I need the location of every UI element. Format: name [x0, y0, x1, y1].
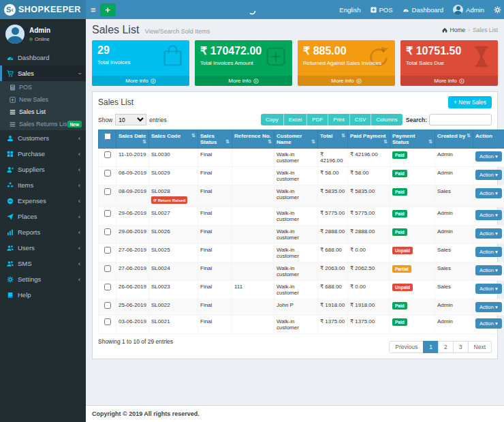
action-button[interactable]: Action ▾ — [475, 265, 502, 275]
row-checkbox[interactable] — [104, 228, 111, 235]
list-icon — [10, 121, 16, 127]
sidebar-item-sms[interactable]: SMS ‹ — [0, 256, 86, 271]
table-info: Showing 1 to 10 of 29 entries — [98, 338, 173, 345]
header-sales-date[interactable]: Sales Date⇅ — [116, 130, 149, 149]
card-value: ₹ 170472.00 — [200, 44, 287, 57]
top-navbar: S‹ SHOPKEEPER ≡ + English POS Dashboard … — [0, 0, 504, 19]
columns-button[interactable]: Columns — [371, 114, 403, 125]
new-badge: New — [67, 121, 82, 127]
sales-list-panel: Sales List + New Sales Show 10 entries C… — [92, 91, 498, 359]
header-total[interactable]: Total⇅ — [318, 130, 348, 149]
brand-logo[interactable]: S‹ SHOPKEEPER — [0, 0, 86, 19]
sidebar-toggle-icon[interactable]: ≡ — [91, 5, 96, 14]
pagination-previous[interactable]: Previous — [389, 341, 424, 353]
sidebar-item-reports[interactable]: Reports ‹ — [0, 224, 86, 240]
action-button[interactable]: Action ▾ — [475, 318, 502, 329]
sales-submenu: POS New Sales Sales List Sales Returns L… — [0, 81, 86, 130]
new-sales-button[interactable]: + New Sales — [448, 96, 492, 108]
sales-table: Sales Date⇅ Sales Code⇅ Sales Status⇅ Re… — [98, 130, 504, 334]
status-badge: Paid — [392, 188, 407, 196]
row-checkbox[interactable] — [104, 318, 111, 325]
action-button[interactable]: Action ▾ — [475, 151, 502, 162]
sidebar-item-sales-returns-list[interactable]: Sales Returns List New — [0, 118, 86, 130]
pagination-page-1[interactable]: 1 — [423, 341, 439, 353]
loading-spinner-icon — [248, 5, 256, 18]
pdf-button[interactable]: PDF — [307, 114, 328, 125]
pagination: Previous 1 2 3 Next — [390, 341, 492, 353]
sidebar-item-users[interactable]: Users ‹ — [0, 240, 86, 256]
excel-button[interactable]: Excel — [284, 114, 308, 125]
header-created-by[interactable]: Created by⇅ — [435, 130, 473, 149]
sidebar-user-name: Admin — [29, 27, 50, 34]
copy-button[interactable]: Copy — [261, 114, 284, 125]
row-checkbox[interactable] — [104, 302, 111, 309]
sidebar-item-items[interactable]: Items ‹ — [0, 177, 86, 193]
sidebar-item-suppliers[interactable]: Suppliers ‹ — [0, 162, 86, 177]
action-button[interactable]: Action ▾ — [475, 284, 502, 294]
sort-icon: ⇅ — [383, 139, 388, 145]
online-dot-icon — [29, 37, 33, 41]
sidebar-item-purchase[interactable]: Purchase ‹ — [0, 146, 86, 162]
sidebar-item-help[interactable]: Help — [0, 287, 86, 303]
sidebar-item-settings[interactable]: Settings ‹ — [0, 271, 86, 287]
sidebar-item-customers[interactable]: Customers ‹ — [0, 130, 86, 146]
header-payment-status[interactable]: Payment Status⇅ — [390, 130, 435, 149]
pagination-next[interactable]: Next — [468, 341, 492, 353]
header-action: Action — [473, 130, 504, 149]
select-all-checkbox[interactable] — [104, 133, 111, 140]
chevron-down-icon: ‹ — [76, 72, 83, 74]
chevron-left-icon: ‹ — [78, 182, 80, 189]
action-button[interactable]: Action ▾ — [475, 188, 502, 198]
header-sales-code[interactable]: Sales Code⇅ — [149, 130, 198, 149]
pos-link[interactable]: POS — [371, 6, 393, 14]
user-menu[interactable]: Admin — [453, 5, 484, 15]
sidebar-item-places[interactable]: Places ‹ — [0, 209, 86, 224]
row-checkbox[interactable] — [104, 188, 111, 195]
dashboard-link[interactable]: Dashboard — [403, 6, 443, 14]
customers-icon — [7, 135, 14, 142]
print-button[interactable]: Print — [328, 114, 349, 125]
header-reference-no[interactable]: Reference No.⇅ — [232, 130, 274, 149]
status-badge: Unpaid — [392, 247, 413, 254]
row-checkbox[interactable] — [104, 284, 111, 290]
sidebar-item-dashboard[interactable]: Dashboard — [0, 50, 86, 65]
table-row: 26-06-2019 SL0023 Final 111 Walk-in cust… — [99, 281, 504, 299]
sidebar-item-sales-list[interactable]: Sales List — [0, 106, 86, 118]
row-checkbox[interactable] — [104, 210, 111, 217]
row-checkbox[interactable] — [104, 170, 111, 177]
sort-icon: ⇅ — [311, 139, 315, 145]
row-checkbox[interactable] — [104, 151, 111, 158]
sort-icon: ⇅ — [225, 139, 230, 145]
more-info-link[interactable]: More info — [195, 76, 292, 86]
more-info-link[interactable]: More info — [92, 76, 189, 86]
page-size-select[interactable]: 10 — [115, 114, 146, 125]
action-button[interactable]: Action ▾ — [475, 228, 502, 239]
status-badge: Paid — [392, 210, 407, 217]
row-checkbox[interactable] — [104, 265, 111, 272]
action-button[interactable]: Action ▾ — [475, 210, 502, 220]
pagination-page-3[interactable]: 3 — [453, 341, 469, 353]
header-paid-payment[interactable]: Paid Payment⇅ — [348, 130, 390, 149]
sidebar-item-new-sales[interactable]: New Sales — [0, 93, 86, 106]
more-info-link[interactable]: More info — [298, 76, 395, 86]
quick-add-button[interactable]: + — [100, 3, 116, 16]
more-info-link[interactable]: More info — [400, 76, 498, 86]
search-input[interactable] — [429, 114, 492, 125]
sms-icon — [7, 260, 14, 267]
action-button[interactable]: Action ▾ — [475, 302, 502, 312]
pagination-page-2[interactable]: 2 — [438, 341, 454, 353]
language-menu[interactable]: English — [339, 6, 360, 14]
action-button[interactable]: Action ▾ — [475, 170, 502, 180]
csv-button[interactable]: CSV — [350, 114, 371, 125]
settings-menu[interactable] — [494, 6, 501, 14]
status-badge: Paid — [392, 151, 407, 159]
sidebar-item-pos[interactable]: POS — [0, 81, 86, 93]
table-row: 11-10-2019 SL0030 Final Walk-in customer… — [99, 149, 504, 167]
action-button[interactable]: Action ▾ — [475, 247, 502, 257]
sidebar-item-expenses[interactable]: Expenses ‹ — [0, 193, 86, 209]
row-checkbox[interactable] — [104, 247, 111, 254]
header-sales-status[interactable]: Sales Status⇅ — [198, 130, 232, 149]
breadcrumb-home[interactable]: Home — [450, 27, 466, 33]
sidebar-item-sales[interactable]: Sales ‹ — [0, 65, 86, 81]
header-customer-name[interactable]: Customer Name⇅ — [274, 130, 318, 149]
